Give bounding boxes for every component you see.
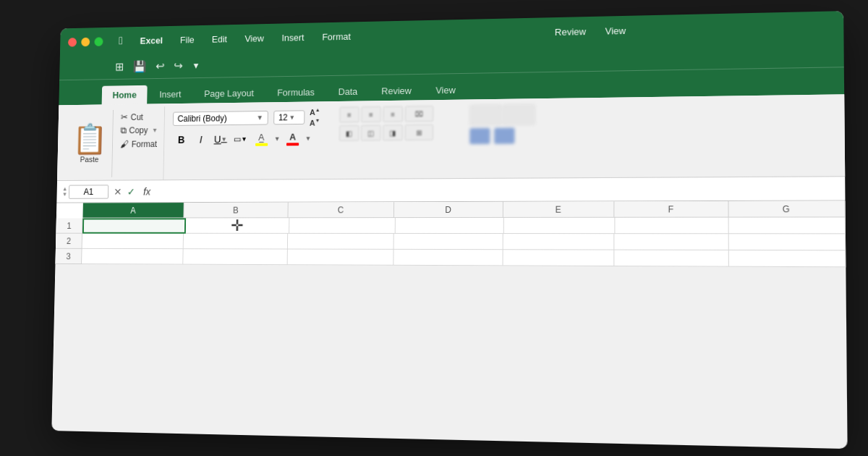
font-size-dropdown-icon[interactable]: ▼ <box>289 114 296 121</box>
col-header-g[interactable]: G <box>728 200 846 216</box>
cell-b1[interactable]: ✛ <box>186 218 290 234</box>
tab-view[interactable]: View <box>424 80 467 101</box>
formula-cancel-icon[interactable]: ✕ <box>112 186 123 197</box>
font-color-dropdown-icon[interactable]: ▼ <box>305 135 312 143</box>
copy-label: Copy <box>129 125 148 135</box>
minimize-button[interactable] <box>81 37 90 46</box>
menu-insert[interactable]: Insert <box>279 30 307 44</box>
font-format-row: B I U ▼ ▭▼ A̲ ▼ A ▼ <box>172 130 320 149</box>
grid-row-1: ✛ <box>82 217 846 234</box>
wrap-text-button[interactable]: ⌧ <box>405 106 433 122</box>
spreadsheet-area: 1 2 3 ✛ <box>55 217 846 267</box>
highlight-dropdown-icon[interactable]: ▼ <box>274 135 281 143</box>
cell-c3[interactable] <box>287 250 393 266</box>
menu-view2[interactable]: View <box>603 23 629 38</box>
cell-c2[interactable] <box>288 234 394 250</box>
style-row-2 <box>469 127 535 144</box>
font-size-up-icon[interactable]: A▲ <box>310 107 320 117</box>
close-button[interactable] <box>68 38 77 47</box>
cell-d3[interactable] <box>394 250 503 266</box>
font-size-down-icon[interactable]: A▼ <box>310 117 320 127</box>
tab-review[interactable]: Review <box>370 81 423 101</box>
maximize-button[interactable] <box>94 37 103 46</box>
tab-data[interactable]: Data <box>327 82 369 101</box>
font-color-button[interactable]: A <box>284 132 302 146</box>
cell-ref-down-arrow[interactable]: ▼ <box>62 192 67 198</box>
menu-excel[interactable]: Excel <box>137 33 166 47</box>
save-icon[interactable]: 💾 <box>130 59 149 75</box>
align-center-button[interactable]: ◫ <box>361 125 380 141</box>
align-left-button[interactable]: ◧ <box>339 125 359 141</box>
cell-b3[interactable] <box>184 249 288 265</box>
cut-button[interactable]: ✂ Cut <box>119 111 161 123</box>
menu-review[interactable]: Review <box>552 25 589 39</box>
apple-icon[interactable]:  <box>119 35 123 47</box>
formula-confirm-icon[interactable]: ✓ <box>126 186 137 197</box>
format-button[interactable]: 🖌 Format <box>118 138 160 150</box>
quick-access-dropdown-icon[interactable]: ▼ <box>190 59 203 72</box>
cell-c1[interactable] <box>289 218 396 234</box>
style-btn-1[interactable] <box>469 105 501 125</box>
row-header-1[interactable]: 1 <box>56 219 82 234</box>
paste-button[interactable]: 📋 Paste <box>67 110 114 177</box>
formula-bar: ▲ ▼ A1 ✕ ✓ fx <box>56 177 845 203</box>
cell-b2[interactable] <box>184 234 288 250</box>
align-top-right-button[interactable]: ≡ <box>383 106 403 122</box>
col-header-a[interactable]: A <box>82 203 184 218</box>
menu-edit[interactable]: Edit <box>209 32 230 46</box>
col-header-f[interactable]: F <box>614 201 728 217</box>
cell-e1[interactable] <box>504 218 616 234</box>
cell-ref-input[interactable]: A1 <box>69 185 109 198</box>
align-top-center-button[interactable]: ≡ <box>361 106 380 122</box>
menu-view[interactable]: View <box>242 31 266 45</box>
cell-g2[interactable] <box>728 234 846 250</box>
alignment-row-1: ≡ ≡ ≡ ⌧ <box>339 106 456 123</box>
align-right-button[interactable]: ◨ <box>383 124 403 140</box>
redo-icon[interactable]: ↪ <box>171 58 185 74</box>
cell-a2[interactable] <box>82 234 184 249</box>
copy-button[interactable]: ⧉ Copy ▼ <box>119 124 161 137</box>
cell-f3[interactable] <box>614 250 728 267</box>
row-header-2[interactable]: 2 <box>56 234 82 249</box>
menu-file[interactable]: File <box>177 33 197 46</box>
cell-d2[interactable] <box>394 234 503 250</box>
style-blue-btn-2[interactable] <box>494 128 514 144</box>
font-name-dropdown-icon[interactable]: ▼ <box>257 114 264 122</box>
border-button[interactable]: ▭▼ <box>231 130 250 148</box>
tab-home[interactable]: Home <box>102 85 148 105</box>
font-size-selector[interactable]: 12 ▼ <box>273 110 305 124</box>
cut-label: Cut <box>131 112 144 122</box>
font-name-selector[interactable]: Calibri (Body) ▼ <box>173 111 268 126</box>
underline-dropdown-icon[interactable]: ▼ <box>221 136 227 143</box>
cell-g1[interactable] <box>729 217 846 234</box>
cell-e3[interactable] <box>503 250 614 266</box>
workbook-icon[interactable]: ⊞ <box>112 59 127 75</box>
style-blue-btn-1[interactable] <box>469 128 490 144</box>
tab-formulas[interactable]: Formulas <box>266 83 326 102</box>
col-header-c[interactable]: C <box>288 202 394 217</box>
bold-button[interactable]: B <box>172 131 190 149</box>
row-header-3[interactable]: 3 <box>55 249 81 264</box>
format-icon: 🖌 <box>120 139 129 149</box>
merge-button[interactable]: ⊞ <box>404 124 433 140</box>
cell-a1[interactable] <box>82 218 186 233</box>
underline-button[interactable]: U ▼ <box>211 130 229 148</box>
cell-d1[interactable] <box>396 218 504 234</box>
tab-page-layout[interactable]: Page Layout <box>193 83 265 104</box>
undo-icon[interactable]: ↩ <box>153 58 167 74</box>
cell-f2[interactable] <box>614 234 728 250</box>
copy-dropdown-icon[interactable]: ▼ <box>152 127 158 134</box>
col-header-d[interactable]: D <box>394 202 503 217</box>
cell-a3[interactable] <box>82 249 184 265</box>
italic-button[interactable]: I <box>192 130 210 148</box>
highlight-color-button[interactable]: A̲ <box>252 132 271 146</box>
cell-e2[interactable] <box>503 234 614 250</box>
style-btn-2[interactable] <box>503 104 535 124</box>
align-top-left-button[interactable]: ≡ <box>339 106 359 122</box>
cell-g3[interactable] <box>728 250 846 267</box>
col-header-e[interactable]: E <box>503 201 615 217</box>
col-header-b[interactable]: B <box>184 203 289 218</box>
menu-format[interactable]: Format <box>319 30 354 43</box>
cell-f1[interactable] <box>615 218 728 235</box>
tab-insert[interactable]: Insert <box>148 85 192 104</box>
